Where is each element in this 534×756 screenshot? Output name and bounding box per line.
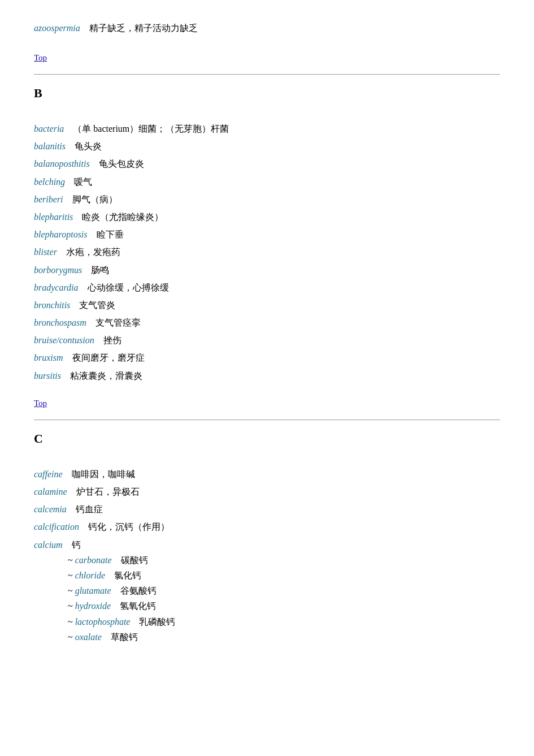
entry-term: bronchospasm xyxy=(34,318,86,327)
entry-def: 龟头炎 xyxy=(66,141,102,151)
entry-block: blepharitis 睑炎（尤指睑缘炎） xyxy=(34,209,500,224)
sub-term: chloride xyxy=(75,571,105,580)
entries-b: bacteria （单 bacterium）细菌；（无芽胞）杆菌balaniti… xyxy=(34,121,500,383)
sub-entry: ~ lactophosphate 乳磷酸钙 xyxy=(68,614,500,629)
sub-tilde: ~ xyxy=(68,617,75,627)
entry-def: 钙血症 xyxy=(67,504,103,514)
entry-block: calcification 钙化，沉钙（作用） xyxy=(34,519,500,534)
sub-def: 氢氧化钙 xyxy=(111,601,156,611)
sub-entry: ~ chloride 氯化钙 xyxy=(68,568,500,583)
entry-block: blepharoptosis 睑下垂 xyxy=(34,227,500,242)
entry-term: caffeine xyxy=(34,469,63,479)
entry-term: calcification xyxy=(34,522,79,532)
entry-term: bradycardia xyxy=(34,283,79,292)
entry-def: 睑下垂 xyxy=(88,230,124,239)
sub-term: hydroxide xyxy=(75,601,111,611)
sub-entry: ~ hydroxide 氢氧化钙 xyxy=(68,598,500,614)
entry-term: calamine xyxy=(34,487,67,496)
entry-term: balanoposthitis xyxy=(34,159,90,169)
intro-entry: azoospermia 精子缺乏，精子活动力缺乏 xyxy=(34,23,500,34)
entry-block: bradycardia 心动徐缓，心搏徐缓 xyxy=(34,280,500,295)
entry-def: （单 bacterium）细菌；（无芽胞）杆菌 xyxy=(64,124,229,133)
sub-tilde: ~ xyxy=(68,571,75,580)
top-link-before-c[interactable]: Top xyxy=(34,399,47,408)
entry-block: bursitis 粘液囊炎，滑囊炎 xyxy=(34,368,500,383)
sub-def: 氯化钙 xyxy=(105,571,141,580)
entry-def: 龟头包皮炎 xyxy=(90,159,144,169)
entry-def: 挫伤 xyxy=(94,335,121,345)
entry-def: 钙 xyxy=(63,540,81,550)
sub-entry: ~ oxalate 草酸钙 xyxy=(68,629,500,645)
section-c: C caffeine 咖啡因，咖啡碱calamine 炉甘石，异极石calcem… xyxy=(34,431,500,645)
entry-block: calcium 钙~ carbonate 碳酸钙~ chloride 氯化钙~ … xyxy=(34,537,500,645)
entries-c: caffeine 咖啡因，咖啡碱calamine 炉甘石，异极石calcemia… xyxy=(34,466,500,645)
section-b: B bacteria （单 bacterium）细菌；（无芽胞）杆菌balani… xyxy=(34,86,500,383)
section-header-c: C xyxy=(34,431,500,446)
entry-def: 睑炎（尤指睑缘炎） xyxy=(73,212,163,222)
sub-term: lactophosphate xyxy=(75,617,131,627)
entry-term: bronchitis xyxy=(34,300,70,310)
entry-block: belching 嗳气 xyxy=(34,174,500,189)
sub-entry: ~ glutamate 谷氨酸钙 xyxy=(68,583,500,598)
sub-tilde: ~ xyxy=(68,601,75,611)
entry-block: borborygmus 肠鸣 xyxy=(34,262,500,278)
sub-tilde: ~ xyxy=(68,586,75,595)
entry-term: calcium xyxy=(34,540,63,550)
entry-term: calcemia xyxy=(34,504,67,514)
sub-entry: ~ carbonate 碳酸钙 xyxy=(68,552,500,568)
entry-block: bronchitis 支气管炎 xyxy=(34,297,500,313)
divider-b xyxy=(34,74,500,75)
section-header-b: B xyxy=(34,86,500,101)
entry-block: balanoposthitis 龟头包皮炎 xyxy=(34,156,500,171)
entry-block: blister 水疱，发疱药 xyxy=(34,244,500,260)
intro-term: azoospermia xyxy=(34,23,80,33)
entry-term: bacteria xyxy=(34,124,64,133)
sub-tilde: ~ xyxy=(68,632,75,642)
entry-def: 咖啡因，咖啡碱 xyxy=(63,469,135,479)
sub-def: 乳磷酸钙 xyxy=(130,617,175,627)
entry-def: 肠鸣 xyxy=(82,265,109,275)
entry-def: 嗳气 xyxy=(65,177,92,187)
entry-def: 水疱，发疱药 xyxy=(57,247,120,257)
entry-def: 炉甘石，异极石 xyxy=(67,487,140,496)
entry-def: 夜间磨牙，磨牙症 xyxy=(63,353,145,362)
entry-def: 粘液囊炎，滑囊炎 xyxy=(61,371,142,381)
entry-block: bronchospasm 支气管痉挛 xyxy=(34,315,500,330)
entry-block: bruxism 夜间磨牙，磨牙症 xyxy=(34,350,500,365)
entry-def: 脚气（病） xyxy=(63,195,118,204)
sub-entries: ~ carbonate 碳酸钙~ chloride 氯化钙~ glutamate… xyxy=(68,552,500,645)
entry-block: bacteria （单 bacterium）细菌；（无芽胞）杆菌 xyxy=(34,121,500,136)
entry-def: 钙化，沉钙（作用） xyxy=(79,522,170,532)
entry-def: 支气管炎 xyxy=(70,300,115,310)
entry-term: belching xyxy=(34,177,65,187)
sub-term: glutamate xyxy=(75,586,111,595)
sub-term: oxalate xyxy=(75,632,102,642)
entry-block: caffeine 咖啡因，咖啡碱 xyxy=(34,466,500,482)
entry-block: calcemia 钙血症 xyxy=(34,502,500,517)
sub-def: 碳酸钙 xyxy=(112,555,148,565)
entry-block: calamine 炉甘石，异极石 xyxy=(34,484,500,499)
sub-term: carbonate xyxy=(75,555,112,565)
entry-term: blepharitis xyxy=(34,212,73,222)
entry-term: balanitis xyxy=(34,141,66,151)
entry-term: bursitis xyxy=(34,371,61,381)
entry-term: bruise/contusion xyxy=(34,335,94,345)
sub-def: 谷氨酸钙 xyxy=(111,586,157,595)
entry-block: beriberi 脚气（病） xyxy=(34,192,500,207)
sub-tilde: ~ xyxy=(68,555,75,565)
entry-block: bruise/contusion 挫伤 xyxy=(34,332,500,348)
intro-def: 精子缺乏，精子活动力缺乏 xyxy=(80,23,198,33)
entry-term: beriberi xyxy=(34,195,63,204)
entry-def: 支气管痉挛 xyxy=(86,318,141,327)
entry-term: bruxism xyxy=(34,353,63,362)
sub-def: 草酸钙 xyxy=(102,632,138,642)
entry-term: blister xyxy=(34,247,57,257)
entry-term: borborygmus xyxy=(34,265,82,275)
entry-block: balanitis 龟头炎 xyxy=(34,139,500,154)
top-link-before-b[interactable]: Top xyxy=(34,53,47,63)
divider-c xyxy=(34,420,500,420)
entry-term: blepharoptosis xyxy=(34,230,88,239)
entry-def: 心动徐缓，心搏徐缓 xyxy=(79,283,169,292)
